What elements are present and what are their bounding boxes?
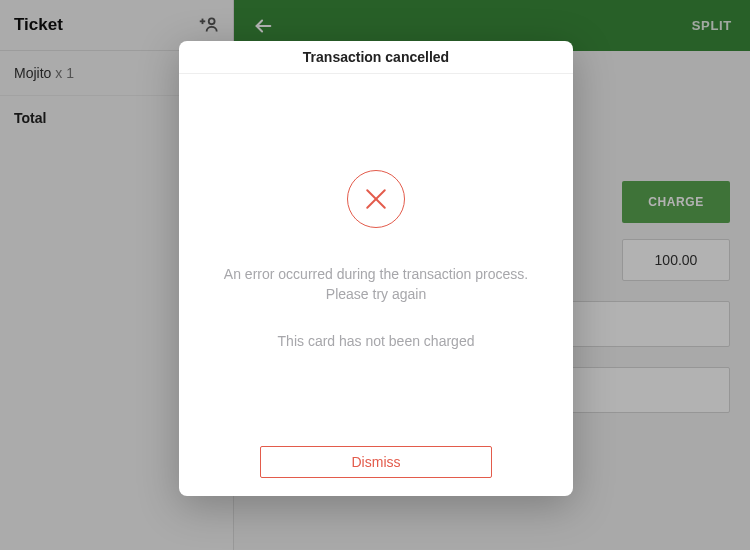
error-x-icon <box>347 170 405 228</box>
modal-message-secondary: This card has not been charged <box>278 333 475 349</box>
modal-footer: Dismiss <box>179 446 573 496</box>
dismiss-button[interactable]: Dismiss <box>260 446 492 478</box>
modal-title: Transaction cancelled <box>179 41 573 74</box>
modal-message-primary: An error occurred during the transaction… <box>209 264 543 305</box>
transaction-cancelled-modal: Transaction cancelled An error occurred … <box>179 41 573 496</box>
modal-body: An error occurred during the transaction… <box>179 74 573 446</box>
